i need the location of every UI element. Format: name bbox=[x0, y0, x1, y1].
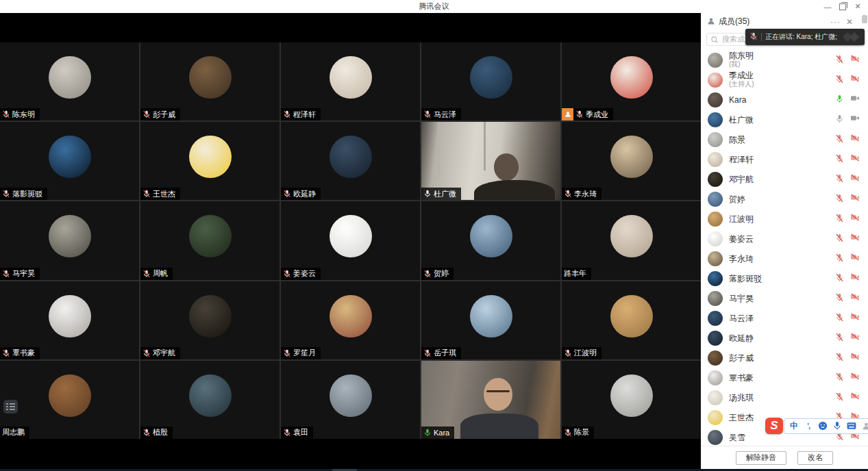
chinese-mode-icon[interactable]: 中 bbox=[789, 420, 799, 431]
more-options-button[interactable]: ··· bbox=[830, 17, 841, 27]
restore-button[interactable] bbox=[835, 0, 850, 13]
participant-name-label: 袁田 bbox=[281, 427, 313, 439]
video-tile[interactable]: 袁田 bbox=[281, 361, 420, 439]
muted-mic-icon bbox=[835, 392, 844, 404]
video-tile[interactable]: Kara bbox=[421, 361, 560, 439]
member-row[interactable]: Kara bbox=[701, 90, 868, 110]
member-name: 贺婷 bbox=[729, 195, 745, 203]
member-row[interactable]: 杜广微 bbox=[701, 110, 868, 129]
participant-name: 周帆 bbox=[153, 268, 168, 279]
layout-list-widget[interactable] bbox=[3, 400, 18, 413]
video-tile[interactable]: 姜姿云 bbox=[281, 201, 420, 279]
video-tile[interactable]: 陈景 bbox=[562, 361, 701, 439]
rename-button[interactable]: 改名 bbox=[797, 451, 833, 465]
video-tile[interactable]: 覃书豪 bbox=[0, 281, 139, 359]
video-tile[interactable]: 彭子威 bbox=[140, 42, 280, 120]
avatar bbox=[189, 56, 232, 99]
member-row[interactable]: 覃书豪 bbox=[701, 368, 868, 387]
member-name: 季成业 bbox=[729, 71, 754, 79]
participant-name-label: 欧延静 bbox=[281, 188, 321, 200]
video-tile[interactable]: 植殷 bbox=[140, 361, 280, 439]
participant-name: 欧延静 bbox=[293, 189, 316, 199]
member-row[interactable]: 贺婷 bbox=[701, 189, 868, 209]
member-row[interactable]: 季成业 (主持人) bbox=[701, 70, 868, 90]
close-button[interactable]: ✕ bbox=[850, 0, 865, 13]
panel-close-button[interactable]: ✕ bbox=[846, 17, 853, 27]
participant-name-label: 周帆 bbox=[140, 268, 173, 280]
voice-input-icon[interactable] bbox=[832, 420, 842, 431]
member-row[interactable]: 姜姿云 bbox=[701, 229, 868, 249]
member-list: 陈东明 (我) 季成业 (主持人) Kara bbox=[701, 48, 868, 446]
avatar bbox=[708, 410, 723, 425]
video-tile[interactable]: 马云泽 bbox=[421, 42, 560, 120]
video-tile[interactable]: 周志鹏 bbox=[0, 361, 139, 439]
avatar bbox=[708, 251, 723, 266]
video-tile[interactable]: 贺婷 bbox=[421, 201, 560, 279]
participant-name: 程泽轩 bbox=[293, 110, 316, 120]
muted-mic-icon bbox=[142, 190, 151, 198]
participant-name-label: Kara bbox=[421, 427, 454, 439]
avatar bbox=[189, 136, 232, 178]
member-row[interactable]: 马云泽 bbox=[701, 308, 868, 328]
mic-icon bbox=[423, 190, 432, 198]
video-tile[interactable]: 邓宇航 bbox=[140, 281, 280, 359]
participant-name: 植殷 bbox=[153, 427, 168, 437]
video-tile[interactable]: 罗笙月 bbox=[281, 281, 420, 359]
avatar bbox=[610, 374, 653, 417]
avatar bbox=[49, 56, 91, 99]
avatar bbox=[708, 311, 723, 326]
member-row[interactable]: 汤兆琪 bbox=[701, 387, 868, 407]
member-row[interactable]: 陈景 bbox=[701, 129, 868, 149]
participant-name: 贺婷 bbox=[434, 268, 449, 279]
video-tile[interactable]: 周帆 bbox=[140, 201, 280, 279]
member-row[interactable]: 程泽轩 bbox=[701, 149, 868, 169]
member-row[interactable]: 陈东明 (我) bbox=[701, 50, 868, 70]
person-icon[interactable] bbox=[861, 420, 868, 431]
participant-name-label: 周志鹏 bbox=[0, 427, 29, 439]
emoji-icon[interactable] bbox=[818, 420, 828, 431]
member-name: 彭子威 bbox=[729, 354, 754, 362]
video-tile[interactable]: 杜广微 bbox=[421, 122, 560, 200]
member-row[interactable]: 欧延静 bbox=[701, 328, 868, 348]
camera-off-icon bbox=[850, 312, 860, 324]
video-tile[interactable]: 路丰年 bbox=[562, 201, 701, 279]
avatar bbox=[708, 390, 723, 405]
participant-name: 李永琦 bbox=[574, 189, 597, 199]
member-row[interactable]: 落影斑驳 bbox=[701, 268, 868, 288]
video-tile[interactable]: 马宇昊 bbox=[0, 201, 139, 279]
member-row[interactable]: 彭子威 bbox=[701, 348, 868, 368]
soft-keyboard-icon[interactable] bbox=[847, 420, 856, 431]
member-row[interactable]: 邓宇航 bbox=[701, 169, 868, 189]
unmute-button[interactable]: 解除静音 bbox=[736, 451, 786, 465]
muted-mic-icon bbox=[835, 233, 844, 245]
participant-name: 马云泽 bbox=[434, 110, 456, 120]
participant-name-label: 植殷 bbox=[140, 427, 173, 439]
video-tile[interactable]: 程泽轩 bbox=[281, 42, 420, 120]
video-tile[interactable]: 岳子琪 bbox=[421, 281, 560, 359]
minimize-button[interactable]: — bbox=[820, 0, 835, 13]
avatar bbox=[708, 132, 723, 147]
avatar bbox=[708, 112, 723, 127]
avatar bbox=[189, 295, 232, 338]
member-row[interactable]: 马宇昊 bbox=[701, 288, 868, 308]
scrollbar-thumb[interactable] bbox=[862, 15, 867, 23]
video-tile[interactable]: 陈东明 bbox=[0, 42, 139, 120]
avatar bbox=[708, 351, 723, 366]
sogou-logo-icon[interactable]: S bbox=[765, 418, 783, 434]
punctuation-icon[interactable]: ’, bbox=[804, 420, 813, 431]
video-tile[interactable]: 欧延静 bbox=[281, 122, 420, 200]
member-row[interactable]: 李永琦 bbox=[701, 249, 868, 268]
muted-mic-icon bbox=[835, 173, 844, 186]
muted-mic-icon bbox=[835, 133, 844, 146]
video-tile[interactable]: 王世杰 bbox=[140, 122, 280, 200]
video-tile[interactable]: 落影斑驳 bbox=[0, 122, 139, 200]
camera-off-icon bbox=[850, 392, 860, 404]
video-tile[interactable]: 季成业 bbox=[562, 42, 701, 120]
avatar bbox=[189, 215, 232, 257]
video-tile[interactable]: 李永琦 bbox=[562, 122, 701, 200]
muted-mic-icon bbox=[423, 270, 432, 278]
member-row[interactable]: 江波明 bbox=[701, 209, 868, 229]
video-tile[interactable]: 江波明 bbox=[562, 281, 701, 359]
participant-name: 季成业 bbox=[586, 110, 608, 120]
avatar bbox=[330, 215, 372, 257]
